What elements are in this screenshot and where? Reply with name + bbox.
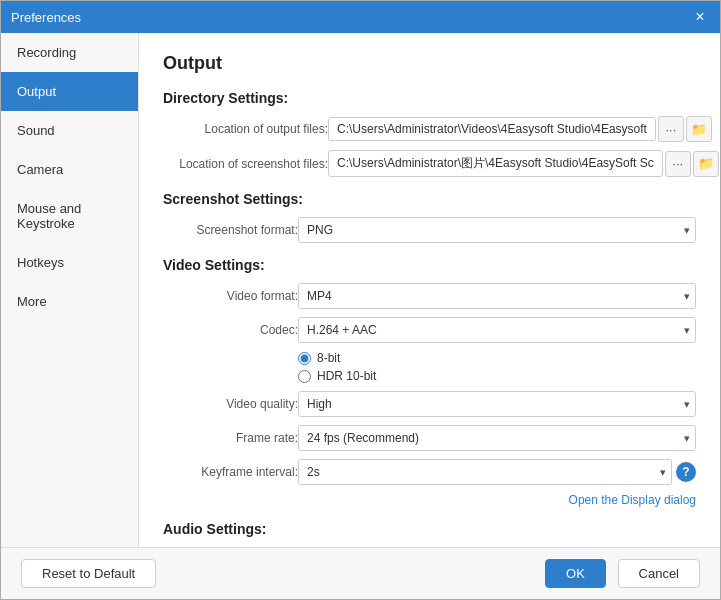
bit-depth-radio-group: 8-bit HDR 10-bit — [298, 351, 376, 383]
frame-rate-dropdown-wrapper: 24 fps (Recommend) 30 fps 60 fps ▾ — [298, 425, 696, 451]
sidebar-item-recording[interactable]: Recording — [1, 33, 138, 72]
bit-depth-controls: 8-bit HDR 10-bit — [298, 351, 696, 383]
keyframe-help-button[interactable]: ? — [676, 462, 696, 482]
frame-rate-select[interactable]: 24 fps (Recommend) 30 fps 60 fps — [298, 425, 696, 451]
screenshot-files-label: Location of screenshot files: — [163, 157, 328, 171]
8bit-radio[interactable] — [298, 352, 311, 365]
screenshot-format-select[interactable]: PNG JPG BMP GIF — [298, 217, 696, 243]
preferences-window: Preferences × Recording Output Sound Cam… — [0, 0, 721, 600]
frame-rate-label: Frame rate: — [163, 431, 298, 445]
keyframe-select[interactable]: 1s 2s 3s 5s — [298, 459, 672, 485]
output-files-folder-button[interactable]: 📁 — [686, 116, 712, 142]
keyframe-label: Keyframe interval: — [163, 465, 298, 479]
video-codec-select[interactable]: H.264 + AAC H.265 + AAC — [298, 317, 696, 343]
output-files-controls: C:\Users\Administrator\Videos\4Easysoft … — [328, 116, 712, 142]
screenshot-files-folder-button[interactable]: 📁 — [693, 151, 719, 177]
video-quality-controls: Low Medium High Lossless ▾ — [298, 391, 696, 417]
ok-button[interactable]: OK — [545, 559, 606, 588]
video-codec-controls: H.264 + AAC H.265 + AAC ▾ — [298, 317, 696, 343]
video-quality-row: Video quality: Low Medium High Lossless … — [163, 391, 696, 417]
footer-left: Reset to Default — [21, 559, 545, 588]
footer: Reset to Default OK Cancel — [1, 547, 720, 599]
video-codec-dropdown-wrapper: H.264 + AAC H.265 + AAC ▾ — [298, 317, 696, 343]
10bit-radio-row: HDR 10-bit — [298, 369, 376, 383]
screenshot-format-controls: PNG JPG BMP GIF ▾ — [298, 217, 696, 243]
screenshot-format-label: Screenshot format: — [163, 223, 298, 237]
frame-rate-row: Frame rate: 24 fps (Recommend) 30 fps 60… — [163, 425, 696, 451]
bit-depth-row: 8-bit HDR 10-bit — [163, 351, 696, 383]
content-area: Recording Output Sound Camera Mouse and … — [1, 33, 720, 547]
video-quality-dropdown-wrapper: Low Medium High Lossless ▾ — [298, 391, 696, 417]
10bit-label: HDR 10-bit — [317, 369, 376, 383]
video-format-dropdown-wrapper: MP4 MOV AVI MKV ▾ — [298, 283, 696, 309]
display-dialog-row: Open the Display dialog — [163, 493, 696, 507]
display-dialog-link[interactable]: Open the Display dialog — [569, 493, 696, 507]
8bit-label: 8-bit — [317, 351, 340, 365]
video-codec-label: Codec: — [163, 323, 298, 337]
screenshot-files-dots-button[interactable]: ··· — [665, 151, 691, 177]
directory-settings-title: Directory Settings: — [163, 90, 696, 106]
video-quality-label: Video quality: — [163, 397, 298, 411]
screenshot-format-dropdown-wrapper: PNG JPG BMP GIF ▾ — [298, 217, 696, 243]
sidebar-item-more[interactable]: More — [1, 282, 138, 321]
video-codec-row: Codec: H.264 + AAC H.265 + AAC ▾ — [163, 317, 696, 343]
keyframe-row: Keyframe interval: 1s 2s 3s 5s ▾ ? — [163, 459, 696, 485]
output-files-label: Location of output files: — [163, 122, 328, 136]
window-title: Preferences — [11, 10, 690, 25]
output-files-row: Location of output files: C:\Users\Admin… — [163, 116, 696, 142]
10bit-radio[interactable] — [298, 370, 311, 383]
screenshot-files-row: Location of screenshot files: C:\Users\A… — [163, 150, 696, 177]
video-format-label: Video format: — [163, 289, 298, 303]
folder-icon-2: 📁 — [698, 156, 714, 171]
screenshot-files-controls: C:\Users\Administrator\图片\4Easysoft Stud… — [328, 150, 719, 177]
main-content: Output Directory Settings: Location of o… — [139, 33, 720, 547]
cancel-button[interactable]: Cancel — [618, 559, 700, 588]
video-settings-title: Video Settings: — [163, 257, 696, 273]
sidebar-item-hotkeys[interactable]: Hotkeys — [1, 243, 138, 282]
audio-settings-title: Audio Settings: — [163, 521, 696, 537]
video-quality-select[interactable]: Low Medium High Lossless — [298, 391, 696, 417]
question-icon: ? — [682, 465, 689, 479]
frame-rate-controls: 24 fps (Recommend) 30 fps 60 fps ▾ — [298, 425, 696, 451]
screenshot-files-path: C:\Users\Administrator\图片\4Easysoft Stud… — [328, 150, 663, 177]
footer-right: OK Cancel — [545, 559, 700, 588]
sidebar: Recording Output Sound Camera Mouse and … — [1, 33, 139, 547]
output-files-path: C:\Users\Administrator\Videos\4Easysoft … — [328, 117, 656, 141]
screenshot-settings-title: Screenshot Settings: — [163, 191, 696, 207]
video-format-select[interactable]: MP4 MOV AVI MKV — [298, 283, 696, 309]
page-title: Output — [163, 53, 696, 74]
sidebar-item-camera[interactable]: Camera — [1, 150, 138, 189]
title-bar: Preferences × — [1, 1, 720, 33]
sidebar-item-sound[interactable]: Sound — [1, 111, 138, 150]
close-button[interactable]: × — [690, 7, 710, 27]
8bit-radio-row: 8-bit — [298, 351, 376, 365]
video-format-row: Video format: MP4 MOV AVI MKV ▾ — [163, 283, 696, 309]
sidebar-item-mouse-keystroke[interactable]: Mouse and Keystroke — [1, 189, 138, 243]
keyframe-controls: 1s 2s 3s 5s ▾ ? — [298, 459, 696, 485]
output-files-dots-button[interactable]: ··· — [658, 116, 684, 142]
folder-icon: 📁 — [691, 122, 707, 137]
video-format-controls: MP4 MOV AVI MKV ▾ — [298, 283, 696, 309]
reset-default-button[interactable]: Reset to Default — [21, 559, 156, 588]
screenshot-format-row: Screenshot format: PNG JPG BMP GIF ▾ — [163, 217, 696, 243]
sidebar-item-output[interactable]: Output — [1, 72, 138, 111]
keyframe-dropdown-wrapper: 1s 2s 3s 5s ▾ — [298, 459, 672, 485]
